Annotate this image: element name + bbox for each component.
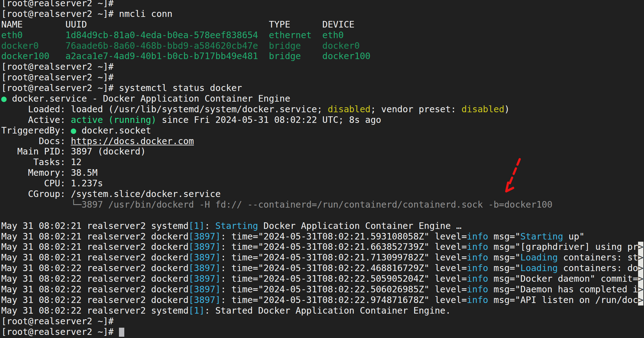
terminal-line: Tasks: 12 [1, 157, 644, 168]
terminal-line: docker0 76aade6b-8a60-468b-bbd9-a584620c… [1, 41, 644, 51]
terminal-line: TriggeredBy: ● docker.socket [1, 125, 644, 136]
terminal-line: May 31 08:02:22 realserver2 dockerd[3897… [1, 295, 644, 305]
text-segment: Active: [1, 115, 71, 125]
terminal-line: Docs: https://docs.docker.com [1, 136, 644, 147]
terminal-line: ● docker.service - Docker Application Co… [1, 93, 644, 104]
terminal-line: └─3897 /usr/bin/dockerd -H fd:// --conta… [1, 199, 644, 210]
terminal-line: Main PID: 3897 (dockerd) [1, 146, 644, 157]
text-segment: : time="2024-05-31T08:02:21.593108058Z" … [221, 231, 467, 242]
line-truncation-marker: > [638, 263, 643, 274]
text-segment: since Fri 2024-05-31 08:02:22 UTC; 8s ag… [157, 115, 381, 125]
terminal-line: CGroup: /system.slice/docker.service [1, 189, 644, 199]
text-segment: Starting [215, 221, 258, 231]
text-segment: May 31 08:02:21 realserver2 systemd [1, 221, 188, 231]
text-segment: info [467, 274, 488, 284]
terminal-line: May 31 08:02:22 realserver2 dockerd[3897… [1, 274, 644, 284]
text-segment: [1] [188, 305, 204, 316]
text-segment: Tasks: 12 [1, 157, 81, 167]
text-segment: disabled [328, 104, 371, 114]
text-segment: May 31 08:02:22 realserver2 systemd [1, 305, 188, 316]
text-segment: ● [71, 125, 76, 136]
text-segment: ● [1, 93, 7, 104]
text-segment: info [467, 284, 488, 295]
text-segment: [3897] [188, 242, 221, 252]
text-segment: docker100 a2aca1e7-4ad9-40b1-b0cb-b717bb… [1, 51, 370, 61]
text-segment: CGroup: /system.slice/docker.service [1, 189, 221, 199]
text-segment: : time="2024-05-31T08:02:22.505905204Z" … [221, 274, 467, 284]
text-segment: Loading [520, 263, 558, 273]
text-segment: info [467, 295, 488, 305]
text-segment: msg="[graphdriver] using pr [488, 242, 638, 252]
terminal-line: May 31 08:02:22 realserver2 dockerd[3897… [1, 284, 644, 295]
text-cursor [119, 328, 124, 337]
text-segment: Main PID: 3897 (dockerd) [1, 146, 146, 157]
text-segment: eth0 1d84d9cb-81a0-4eda-b0ea-578eef83865… [1, 30, 344, 40]
line-truncation-marker: > [638, 295, 643, 305]
terminal-line: Active: active (running) since Fri 2024-… [1, 115, 644, 125]
line-truncation-marker: > [638, 284, 643, 295]
text-segment: [1] [188, 221, 204, 231]
text-segment: [root@realserver2 ~]# nmcli conn [1, 9, 173, 19]
text-segment: May 31 08:02:21 realserver2 dockerd [1, 231, 188, 242]
text-segment: [3897] [188, 263, 221, 273]
text-segment: May 31 08:02:21 realserver2 dockerd [1, 252, 188, 263]
terminal-line: May 31 08:02:22 realserver2 systemd[1]: … [1, 305, 644, 316]
text-segment: docker.socket [76, 125, 151, 136]
text-segment: msg="Daemon has completed i [488, 284, 638, 295]
text-segment: up" [563, 231, 585, 242]
terminal-line: Memory: 38.5M [1, 168, 644, 178]
terminal-line: docker100 a2aca1e7-4ad9-40b1-b0cb-b717bb… [1, 51, 644, 62]
line-truncation-marker: > [638, 252, 643, 263]
text-segment: : Started Docker Application Container E… [205, 305, 451, 316]
text-segment: └─3897 /usr/bin/dockerd -H fd:// --conta… [1, 199, 553, 210]
text-segment: Loaded: loaded (/usr/lib/systemd/system/… [1, 104, 328, 114]
terminal-window[interactable]: [root@realserver2 ~]#[root@realserver2 ~… [0, 0, 644, 338]
text-segment: [3897] [188, 274, 221, 284]
text-segment: May 31 08:02:22 realserver2 dockerd [1, 295, 188, 305]
text-segment: msg=" [488, 231, 520, 242]
text-segment: containers: st [558, 252, 638, 263]
text-segment: [root@realserver2 ~]# [1, 316, 114, 326]
text-segment: [3897] [188, 252, 221, 263]
text-segment: [root@realserver2 ~]# [1, 0, 114, 8]
terminal-line: [root@realserver2 ~]# nmcli conn [1, 9, 644, 19]
terminal-line: eth0 1d84d9cb-81a0-4eda-b0ea-578eef83865… [1, 30, 644, 41]
terminal-line: [root@realserver2 ~]# systemctl status d… [1, 83, 644, 93]
text-segment: msg=" [488, 252, 520, 263]
terminal-line: [root@realserver2 ~]# [1, 316, 644, 327]
text-segment: [root@realserver2 ~]# [1, 72, 114, 83]
text-segment: info [467, 263, 488, 273]
terminal-line: [root@realserver2 ~]# [1, 0, 644, 9]
terminal-line: NAME UUID TYPE DEVICE [1, 19, 644, 30]
text-segment: docker.service - Docker Application Cont… [7, 93, 290, 104]
text-segment: May 31 08:02:22 realserver2 dockerd [1, 263, 188, 273]
terminal-line: May 31 08:02:21 realserver2 dockerd[3897… [1, 242, 644, 252]
terminal-line: [root@realserver2 ~]# [1, 72, 644, 83]
text-segment: msg="API listen on /run/doc [488, 295, 638, 305]
text-segment: info [467, 252, 488, 263]
text-segment: Loading [520, 252, 558, 263]
terminal-line: May 31 08:02:21 realserver2 systemd[1]: … [1, 221, 644, 231]
terminal-output: [root@realserver2 ~]#[root@realserver2 ~… [1, 0, 644, 337]
text-segment: active (running) [71, 115, 156, 125]
terminal-line: Loaded: loaded (/usr/lib/systemd/system/… [1, 104, 644, 115]
terminal-line: May 31 08:02:21 realserver2 dockerd[3897… [1, 231, 644, 242]
text-segment: [root@realserver2 ~]# systemctl status d… [1, 83, 242, 93]
text-segment: Docker Application Container Engine … [258, 221, 461, 231]
terminal-line: CPU: 1.237s [1, 178, 644, 189]
text-segment: : time="2024-05-31T08:02:21.713099782Z" … [221, 252, 467, 263]
text-segment: info [467, 231, 488, 242]
text-segment: TriggeredBy: [1, 125, 71, 136]
text-segment: May 31 08:02:22 realserver2 dockerd [1, 274, 188, 284]
text-segment: [root@realserver2 ~]# [1, 327, 119, 337]
docs-link[interactable]: https://docs.docker.com [71, 136, 194, 146]
text-segment: : time="2024-05-31T08:02:22.506026985Z" … [221, 284, 467, 295]
text-segment: [3897] [188, 295, 221, 305]
text-segment: May 31 08:02:22 realserver2 dockerd [1, 284, 188, 295]
text-segment: msg="Docker daemon" commit= [488, 274, 638, 284]
text-segment: May 31 08:02:21 realserver2 dockerd [1, 242, 188, 252]
text-segment: [3897] [188, 284, 221, 295]
text-segment: info [467, 242, 488, 252]
text-segment: Memory: 38.5M [1, 168, 98, 178]
terminal-line: [root@realserver2 ~]# [1, 62, 644, 72]
